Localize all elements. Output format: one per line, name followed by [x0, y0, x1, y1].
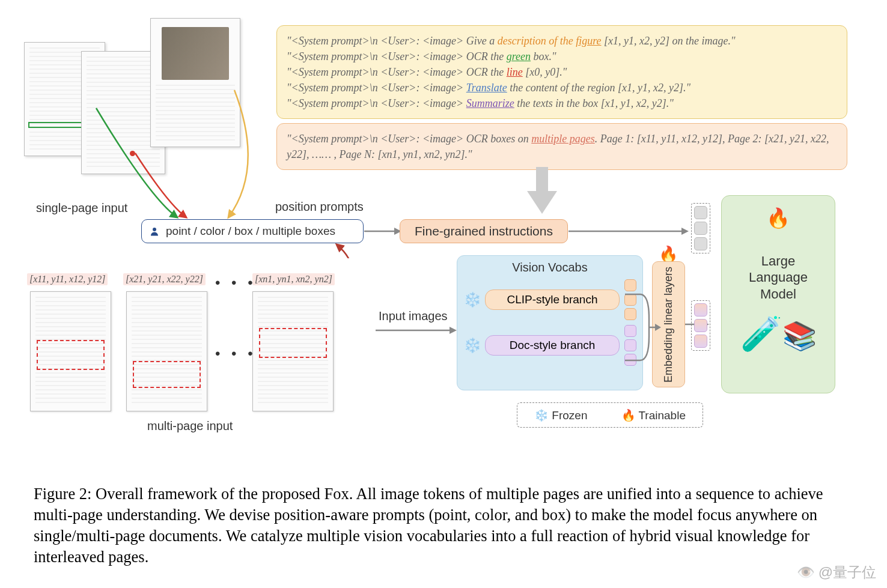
- snowflake-icon: ❄️: [463, 291, 480, 308]
- merge-arrows-icon: [625, 276, 661, 378]
- arrow-right-icon: [376, 324, 457, 336]
- input-images-label: Input images: [379, 309, 448, 323]
- architecture-diagram: "<System prompt>\n <User>: <image> Give …: [24, 18, 865, 468]
- position-prompt-types-text: point / color / box / multiple boxes: [166, 225, 335, 238]
- instruction-token-stack: [691, 203, 710, 253]
- ellipsis-icon: • • •: [215, 274, 257, 291]
- token-icon: [694, 335, 707, 348]
- svg-marker-7: [450, 327, 457, 334]
- arrow-right-icon: [568, 225, 689, 237]
- legend-frozen: ❄️ Frozen: [534, 408, 587, 422]
- ellipsis-icon: • • •: [215, 345, 257, 362]
- snowflake-icon: ❄️: [463, 337, 480, 354]
- embedding-layers-text: Embedding linear layers: [662, 266, 675, 382]
- position-prompts-label: position prompts: [275, 200, 364, 214]
- weibo-icon: 👁️: [797, 564, 815, 581]
- prompt-line-3: "<System prompt>\n <User>: <image> OCR t…: [287, 64, 837, 80]
- token-icon: [694, 237, 707, 250]
- multipage-coord-n: [xn1, yn1, xn2, yn2]: [252, 273, 335, 285]
- fine-grained-instructions-box: Fine-grained instructions: [400, 219, 568, 243]
- single-page-prompts-box: "<System prompt>\n <User>: <image> Give …: [276, 25, 847, 119]
- llm-icon: 🧪📚: [740, 314, 817, 354]
- watermark: 👁️ @量子位: [797, 563, 876, 582]
- single-page-label: single-page input: [36, 201, 127, 215]
- arrow-right-icon: [364, 225, 401, 237]
- fire-icon: 🔥: [766, 207, 790, 229]
- token-icon: [694, 222, 707, 235]
- token-icon: [694, 303, 707, 317]
- multi-page-doc-thumb: [252, 291, 334, 411]
- svg-marker-9: [655, 324, 661, 331]
- llm-text: LargeLanguageModel: [749, 253, 808, 303]
- svg-marker-0: [527, 167, 557, 214]
- multi-page-doc-thumb: [30, 291, 111, 411]
- red-point-icon: [130, 151, 135, 156]
- svg-point-1: [153, 228, 156, 231]
- multipage-coord-2: [x21, y21, x22, y22]: [123, 273, 206, 285]
- vision-vocabs-panel: Vision Vocabs ❄️ CLIP-style branch ❄️ Do…: [457, 255, 643, 390]
- doc-branch-pill: Doc-style branch: [485, 335, 620, 356]
- image-token-stack: [691, 300, 710, 351]
- prompt-line-2: "<System prompt>\n <User>: <image> OCR t…: [287, 49, 837, 64]
- svg-marker-5: [681, 228, 689, 235]
- llm-panel: 🔥 LargeLanguageModel 🧪📚: [721, 195, 835, 393]
- token-icon: [694, 206, 707, 219]
- prompt-line-4: "<System prompt>\n <User>: <image> Trans…: [287, 80, 837, 95]
- multi-page-label: multi-page input: [147, 419, 233, 433]
- multi-page-prompts-box: "<System prompt>\n <User>: <image> OCR b…: [276, 123, 847, 170]
- clip-branch-pill: CLIP-style branch: [485, 289, 620, 311]
- snowflake-icon: ❄️: [534, 409, 549, 422]
- legend-trainable: 🔥 Trainable: [621, 408, 686, 422]
- prompt-line-5: "<System prompt>\n <User>: <image> Summa…: [287, 95, 837, 111]
- multi-page-doc-thumb: [126, 291, 207, 411]
- legend-box: ❄️ Frozen 🔥 Trainable: [517, 402, 703, 428]
- position-prompt-types: point / color / box / multiple boxes: [141, 219, 364, 243]
- clip-branch-row: ❄️ CLIP-style branch: [463, 279, 636, 320]
- figure-region-icon: [162, 27, 229, 80]
- vision-vocabs-title: Vision Vocabs: [463, 261, 636, 274]
- dashed-box-icon: [133, 361, 201, 388]
- figure-caption: Figure 2: Overall framework of the propo…: [34, 483, 853, 568]
- prompt-line-1: "<System prompt>\n <User>: <image> Give …: [287, 33, 837, 49]
- dashed-box-icon: [259, 328, 327, 358]
- doc-branch-row: ❄️ Doc-style branch: [463, 325, 636, 366]
- multipage-coord-1: [x11, y11, x12, y12]: [27, 273, 108, 285]
- token-icon: [694, 319, 707, 332]
- dashed-box-icon: [37, 340, 105, 370]
- arrow-down-icon: [524, 167, 560, 215]
- user-icon: [149, 226, 160, 237]
- fire-icon: 🔥: [621, 409, 636, 422]
- single-page-doc-thumb: [150, 18, 240, 147]
